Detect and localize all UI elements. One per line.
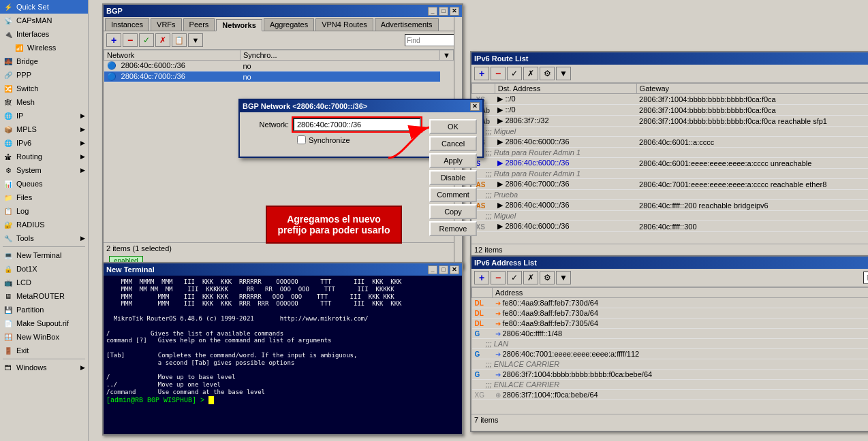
tab-aggregates[interactable]: Aggregates (264, 18, 314, 31)
sidebar-item-bridge[interactable]: 🌉 Bridge (0, 54, 88, 68)
terminal-content[interactable]: MMM MMMM MMM III KKK KKK RRRRRR OOOOOO T… (104, 276, 462, 434)
table-row[interactable]: G ➜ 2806:40c:ffff::1/48 (472, 329, 869, 339)
ipv6-enable[interactable]: ✓ (507, 67, 522, 80)
table-row[interactable]: XG ⊕ 2806:3f7:1004::f0ca:bebe/64 (472, 390, 869, 400)
sidebar-label-new-winbox: New WinBox (16, 333, 59, 341)
table-row[interactable]: AS ▶ 2806:40c:7000::/36 2806:40c:7001:ee… (472, 179, 869, 190)
dialog-close-button[interactable]: ✕ (470, 102, 480, 111)
sidebar-item-exit[interactable]: 🚪 Exit (0, 344, 88, 357)
bgp-table-area: Network Synchro... ▼ 🔵 2806:40c:6000::/3… (104, 50, 462, 91)
route-flag-icon: 🔵 (107, 61, 117, 69)
table-row[interactable]: S ▶ 2806:40c:6000::/36 2806:40c:6001:eee… (472, 158, 869, 169)
copy-button[interactable]: 📋 (172, 33, 187, 47)
dialog-disable-button[interactable]: Disable (429, 170, 477, 185)
table-row[interactable]: DL ➜ fe80::4aa9:8aff:feb7:730a/64 (472, 308, 869, 318)
sidebar-item-metarouter[interactable]: 🖥 MetaROUTER (0, 289, 88, 303)
table-row[interactable]: DL ➜ fe80::4aa9:8aff:feb7:730d/64 (472, 298, 869, 308)
addr-filter[interactable]: ▼ (556, 271, 571, 284)
table-row[interactable]: AS ▶ 2806:40c:4000::/36 2806:40c:ffff::2… (472, 200, 869, 211)
sidebar-item-partition[interactable]: 💾 Partition (0, 303, 88, 316)
bgp-maximize-button[interactable]: □ (439, 7, 448, 16)
sidebar-item-capsman[interactable]: 📡 CAPsMAN (0, 14, 88, 27)
sidebar-label-tools: Tools (16, 234, 34, 242)
sidebar-item-new-terminal[interactable]: 💻 New Terminal (0, 248, 88, 262)
tab-vpn4-routes[interactable]: VPN4 Routes (315, 18, 373, 31)
table-row[interactable]: G ➜ 2806:3f7:1004:bbbb:bbbb:bbbb:f0ca:be… (472, 370, 869, 380)
terminal-minimize-button[interactable]: _ (428, 265, 437, 274)
addr-enable[interactable]: ✓ (507, 271, 522, 284)
table-row[interactable]: XS ▶ 2806:40c:6000::/36 2806:40c:ffff::3… (472, 221, 869, 232)
sidebar-label-make-supout: Make Supout.rif (16, 319, 69, 327)
table-row[interactable]: XS ▶ 2806:40c:6000::/36 2806:40c:6001::a… (472, 137, 869, 148)
cancel-button[interactable]: Cancel (429, 136, 477, 151)
sidebar-item-ppp[interactable]: 🔗 PPP (0, 68, 88, 82)
addr-disable[interactable]: ✗ (523, 271, 538, 284)
tab-vrfs[interactable]: VRFs (151, 18, 182, 31)
sidebar-item-mesh[interactable]: 🕸 Mesh (0, 95, 88, 109)
routing-icon: 🛣 (3, 151, 14, 162)
sidebar-item-quick-set[interactable]: ⚡ Quick Set (0, 0, 88, 14)
table-row[interactable]: DAb ▶ ::/0 2806:3f7:1004:bbbb:bbbb:bbbb:… (472, 105, 869, 116)
sidebar-item-files[interactable]: 📁 Files (0, 191, 88, 204)
table-row-selected[interactable]: 🔵 2806:40c:7000::/36 no (104, 71, 454, 82)
apply-button[interactable]: Apply (429, 153, 477, 168)
ipv6-disable[interactable]: ✗ (523, 67, 538, 80)
terminal-close-button[interactable]: ✕ (450, 265, 459, 274)
sidebar-item-make-supout[interactable]: 📄 Make Supout.rif (0, 316, 88, 330)
addr-add[interactable]: + (474, 271, 489, 284)
sidebar-item-ipv6[interactable]: 🌐 IPv6 ▶ (0, 136, 88, 150)
table-row-comment: ;;; LAN (472, 339, 869, 349)
sidebar-item-routing[interactable]: 🛣 Routing ▶ (0, 150, 88, 163)
remove-button[interactable]: − (123, 33, 138, 47)
disable-button[interactable]: ✗ (155, 33, 170, 47)
col-dropdown[interactable]: ▼ (440, 50, 454, 61)
copy-action-button[interactable]: Copy (429, 204, 477, 219)
tab-peers[interactable]: Peers (183, 18, 215, 31)
ipv6-filter[interactable]: ▼ (556, 67, 571, 80)
remove-action-button[interactable]: Remove (429, 221, 477, 236)
addr-arrow-icon-5: ➜ (495, 350, 501, 358)
terminal-maximize-button[interactable]: □ (439, 265, 448, 274)
tab-advertisements[interactable]: Advertisements (375, 18, 439, 31)
addr-settings[interactable]: ⚙ (540, 271, 555, 284)
sidebar-item-new-winbox[interactable]: 🪟 New WinBox (0, 330, 88, 344)
table-row[interactable]: 🔵 2806:40c:6000::/36 no (104, 61, 454, 71)
addr-remove[interactable]: − (491, 271, 506, 284)
bgp-close-button[interactable]: ✕ (450, 7, 459, 16)
table-row[interactable]: G ➜ 2806:40c:7001:eeee:eeee:eeee:a:ffff/… (472, 349, 869, 359)
sidebar-item-log[interactable]: 📋 Log (0, 204, 88, 218)
sidebar-item-ip[interactable]: 🌐 IP ▶ (0, 109, 88, 122)
ipv6-title: IPv6 Route List (474, 54, 868, 63)
sidebar-item-radius[interactable]: 🔐 RADIUS (0, 218, 88, 231)
bgp-minimize-button[interactable]: _ (428, 7, 437, 16)
synchronize-checkbox[interactable] (297, 135, 306, 144)
sidebar-item-interfaces[interactable]: 🔌 Interfaces (0, 27, 88, 41)
ok-button[interactable]: OK (429, 119, 477, 134)
ipv6-remove[interactable]: − (491, 67, 506, 80)
routing-arrow: ▶ (80, 153, 85, 160)
table-row[interactable]: DAb ▶ 2806:3f7::/32 2806:3f7:1004:bbbb:b… (472, 116, 869, 127)
gw-cell: 2806:40c:6001::a:cccc (636, 137, 868, 148)
ipv6-settings[interactable]: ⚙ (540, 67, 555, 80)
enable-button[interactable]: ✓ (139, 33, 154, 47)
filter-button[interactable]: ▼ (188, 33, 203, 47)
gw-cell: 2806:3f7:1004:bbbb:bbbb:bbbb:f0ca:f0ca (636, 94, 868, 105)
addr-find-input[interactable] (863, 272, 868, 284)
table-row[interactable]: DL ➜ fe80::4aa9:8aff:feb7:7305/64 (472, 318, 869, 329)
tab-networks[interactable]: Networks (216, 19, 262, 31)
sidebar-item-switch[interactable]: 🔀 Switch (0, 82, 88, 95)
ipv6-add[interactable]: + (474, 67, 489, 80)
sidebar-item-queues[interactable]: 📊 Queues (0, 177, 88, 191)
sidebar-item-tools[interactable]: 🔧 Tools ▶ (0, 231, 88, 245)
sidebar-item-mpls[interactable]: 📦 MPLS ▶ (0, 122, 88, 136)
bgp-find-input[interactable] (405, 34, 459, 46)
sidebar-item-windows[interactable]: 🗔 Windows ▶ (0, 361, 88, 374)
comment-button[interactable]: Comment (429, 187, 477, 202)
sidebar-item-dot1x[interactable]: 🔒 Dot1X (0, 262, 88, 276)
tab-instances[interactable]: Instances (105, 18, 149, 31)
sidebar-item-wireless[interactable]: 📶 Wireless (0, 41, 88, 54)
add-button[interactable]: + (106, 33, 121, 47)
sidebar-item-lcd[interactable]: 📺 LCD (0, 276, 88, 289)
table-row[interactable]: XS ▶ ::/0 2806:3f7:1004:bbbb:bbbb:bbbb:f… (472, 94, 869, 105)
sidebar-item-system[interactable]: ⚙ System ▶ (0, 163, 88, 177)
